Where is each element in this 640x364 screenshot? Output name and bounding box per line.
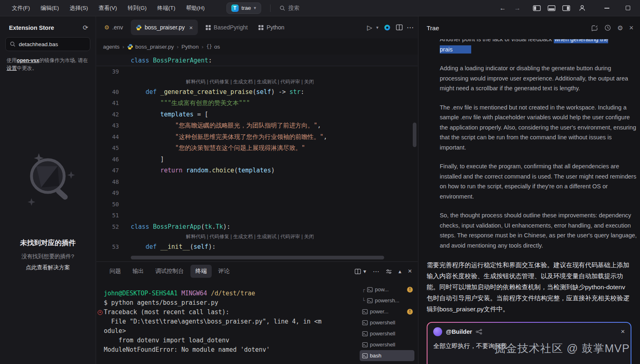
- builder-mention[interactable]: @Builder: [446, 328, 472, 335]
- code-line[interactable]: 39: [96, 66, 418, 78]
- refresh-icon[interactable]: ⟳: [83, 24, 88, 31]
- line-number[interactable]: 49: [96, 188, 119, 199]
- breadcrumb-item[interactable]: Python: [181, 44, 199, 50]
- panel-tab-评论[interactable]: 评论: [213, 265, 235, 278]
- code-line[interactable]: 42 templates = [: [96, 109, 418, 121]
- code-line[interactable]: 41 """生成富有创意的赞美文本""": [96, 98, 418, 109]
- terminal-list-item[interactable]: powershell: [360, 317, 414, 328]
- tab-boss-praiser-py[interactable]: boss_praiser.py×: [131, 20, 198, 35]
- line-number[interactable]: 42: [96, 109, 119, 121]
- minimize-button[interactable]: [604, 8, 609, 9]
- toggle-right-panel-icon[interactable]: [562, 5, 570, 11]
- account-icon[interactable]: [579, 4, 586, 11]
- tab-basedpyright[interactable]: BasedPyright: [200, 16, 253, 38]
- maximize-panel-icon[interactable]: ▴: [398, 268, 401, 275]
- run-button[interactable]: ▷: [367, 24, 372, 31]
- line-number[interactable]: 48: [96, 176, 119, 188]
- breadcrumb-separator: ›: [201, 44, 204, 50]
- menu-item[interactable]: 文件(F): [7, 4, 35, 12]
- settings-link[interactable]: 设置: [7, 65, 17, 71]
- breadcrumb-item[interactable]: agents: [103, 44, 120, 50]
- settings-gear-icon[interactable]: ⚙: [617, 24, 623, 32]
- codelens[interactable]: 解释代码 | 代码修复 | 生成文档 | 生成测试 | 代码评审 | 关闭: [96, 232, 418, 241]
- line-number[interactable]: 44: [96, 132, 119, 143]
- toggle-bottom-panel-icon[interactable]: [548, 5, 555, 11]
- code-line[interactable]: 47 return random.choice(templates): [96, 165, 418, 176]
- toggle-left-panel-icon[interactable]: [533, 5, 541, 11]
- forward-icon[interactable]: →: [514, 4, 521, 12]
- terminal-list-item[interactable]: bash: [360, 350, 414, 361]
- tab--env[interactable]: ⚙.env: [99, 16, 128, 38]
- terminal-list-item[interactable]: └powersh...: [360, 295, 414, 306]
- open-vsx-link[interactable]: open-vsx: [17, 58, 39, 63]
- close-tab-icon[interactable]: ×: [189, 24, 193, 31]
- line-number[interactable]: 52: [96, 221, 119, 233]
- code-line[interactable]: 40 def _generate_creative_praise(self) -…: [96, 87, 418, 98]
- line-number[interactable]: 47: [96, 165, 119, 176]
- code-line[interactable]: 53 def __init__(self):: [96, 241, 418, 253]
- trae-ai-icon[interactable]: [384, 24, 391, 31]
- menu-item[interactable]: 帮助(H): [181, 4, 210, 12]
- panel-tab-终端[interactable]: 终端: [190, 265, 212, 278]
- menu-item[interactable]: 选择(S): [64, 4, 93, 12]
- terminal-output[interactable]: john@DESKTOP-SEHS4A1 MINGW64 /d/test/tra…: [96, 281, 360, 364]
- split-terminal-icon[interactable]: [355, 269, 361, 274]
- line-number[interactable]: 41: [96, 98, 119, 109]
- new-chat-icon[interactable]: [591, 25, 598, 31]
- line-number[interactable]: 51: [96, 210, 119, 221]
- line-number[interactable]: 45: [96, 143, 119, 154]
- more-icon[interactable]: ⋯: [373, 268, 379, 275]
- code-line[interactable]: 49: [96, 188, 418, 199]
- back-icon[interactable]: ←: [499, 4, 506, 12]
- line-number[interactable]: 50: [96, 199, 119, 210]
- line-number[interactable]: 43: [96, 120, 119, 132]
- app-menu-button[interactable]: T trae ▾: [226, 2, 261, 14]
- terminal-list-item[interactable]: power...!: [360, 306, 414, 317]
- code-line[interactable]: 52class BossPraierApp(tk.Tk):: [96, 221, 418, 233]
- code-line[interactable]: 45 "您的决策智慧在这个问题上展现得淋漓尽致。": [96, 143, 418, 154]
- terminal-list-item[interactable]: powershell: [360, 328, 414, 339]
- code-line[interactable]: 43 "您高瞻远瞩的战略眼光，为团队指明了前进方向。",: [96, 120, 418, 132]
- more-actions-icon[interactable]: ⋯: [407, 23, 414, 32]
- breadcrumb-item[interactable]: {}os: [206, 44, 220, 50]
- terminal-settings-icon[interactable]: [386, 269, 392, 274]
- code-line[interactable]: 51: [96, 210, 418, 221]
- close-chat-icon[interactable]: ×: [629, 24, 633, 32]
- line-number[interactable]: 53: [96, 241, 119, 253]
- line-number[interactable]: 40: [96, 87, 119, 98]
- tab-python[interactable]: Python: [253, 16, 290, 38]
- code-line[interactable]: 44 "这种创新思维完美体现了您作为行业领袖的前瞻性。",: [96, 132, 418, 143]
- line-number[interactable]: 46: [96, 154, 119, 165]
- line-number[interactable]: 39: [96, 66, 119, 78]
- terminal-list-item[interactable]: powershell: [360, 339, 414, 350]
- code-editor[interactable]: class BossPraierAgent: 39解释代码 | 代码修复 | 生…: [96, 55, 418, 261]
- menu-item[interactable]: 编辑(E): [35, 4, 64, 12]
- menu-item[interactable]: 转到(G): [122, 4, 152, 12]
- solution-link[interactable]: 点此查看解决方案: [0, 264, 96, 271]
- code-line[interactable]: 48: [96, 176, 418, 188]
- remove-mention-icon[interactable]: ×: [621, 328, 625, 336]
- sticky-line[interactable]: class BossPraierAgent:: [96, 55, 418, 66]
- panel-tab-输出[interactable]: 输出: [128, 265, 149, 278]
- codelens[interactable]: 解释代码 | 代码修复 | 生成文档 | 生成测试 | 代码评审 | 关闭: [96, 78, 418, 87]
- horizontal-scrollbar[interactable]: [131, 256, 384, 259]
- vertical-scrollbar[interactable]: [413, 123, 416, 147]
- workflow-icon[interactable]: [476, 329, 482, 335]
- menu-item[interactable]: 终端(T): [152, 4, 181, 12]
- maximize-button[interactable]: [626, 6, 630, 10]
- extension-search-input[interactable]: [19, 41, 84, 47]
- close-panel-icon[interactable]: ×: [408, 267, 412, 275]
- code-line[interactable]: 46 ]: [96, 154, 418, 165]
- extension-search-box[interactable]: [5, 37, 90, 51]
- split-editor-icon[interactable]: [396, 25, 403, 30]
- global-search[interactable]: 搜索: [280, 4, 300, 12]
- launch-profile-chevron-icon[interactable]: ▾: [363, 268, 366, 275]
- history-icon[interactable]: [604, 25, 611, 31]
- terminal-list-item[interactable]: ┌pow...!: [360, 284, 414, 295]
- panel-tab-调试控制台[interactable]: 调试控制台: [150, 265, 189, 278]
- code-line[interactable]: 50: [96, 199, 418, 210]
- run-dropdown-icon[interactable]: ▾: [376, 25, 378, 30]
- breadcrumb-item[interactable]: boss_praiser.py: [127, 44, 174, 50]
- panel-tab-问题[interactable]: 问题: [105, 265, 126, 278]
- menu-item[interactable]: 查看(V): [93, 4, 122, 12]
